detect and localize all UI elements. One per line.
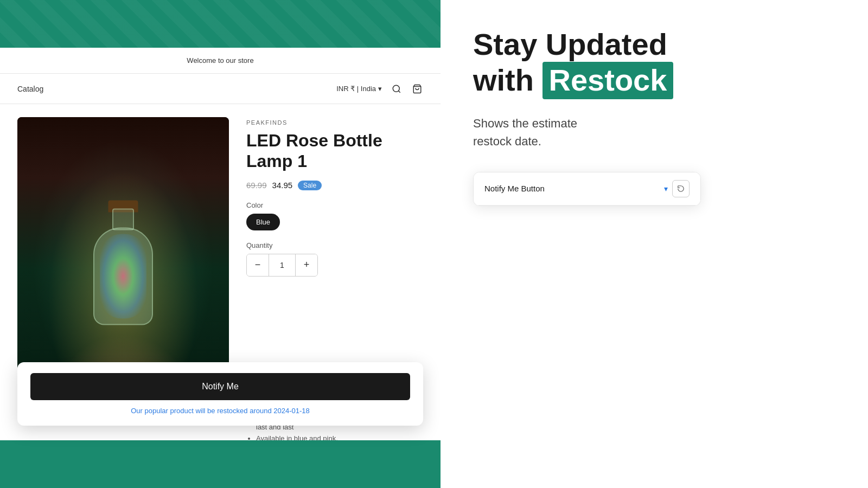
config-row-notify-button: Notify Me Button ▾ xyxy=(474,172,700,206)
config-dropdown-label: Notify Me Button xyxy=(484,184,664,193)
catalog-link[interactable]: Catalog xyxy=(17,85,43,93)
chevron-down-icon: ▾ xyxy=(378,85,382,93)
cart-icon[interactable] xyxy=(411,83,423,95)
search-icon[interactable] xyxy=(391,83,403,95)
product-title: LED Rose Bottle Lamp 1 xyxy=(246,130,423,172)
welcome-text: Welcome to our store xyxy=(187,56,253,65)
quantity-decrease-button[interactable]: − xyxy=(247,254,269,276)
original-price: 69.99 xyxy=(246,181,267,190)
bottle-illustration xyxy=(80,201,167,325)
color-label: Color xyxy=(246,201,423,209)
currency-selector[interactable]: INR ₹ | India ▾ xyxy=(336,85,382,93)
teal-header-bg xyxy=(0,0,441,48)
hero-title-highlight: Restock xyxy=(542,62,674,99)
quantity-increase-button[interactable]: + xyxy=(296,254,317,276)
hero-subtitle-text: Shows the estimaterestock date. xyxy=(473,117,577,148)
hero-title-before: Stay Updated xyxy=(473,27,667,61)
sale-badge: Sale xyxy=(298,181,322,190)
hero-title-with: with xyxy=(473,63,542,97)
price-row: 69.99 34.95 Sale xyxy=(246,181,423,190)
config-panel: Notify Me Button ▾ xyxy=(473,172,701,206)
config-reset-button[interactable] xyxy=(672,180,690,197)
brand-name: PEAKFINDS xyxy=(246,119,423,126)
svg-line-1 xyxy=(398,91,400,92)
nav-bar: Catalog INR ₹ | India ▾ xyxy=(0,74,441,104)
quantity-control: − + xyxy=(246,254,318,277)
quantity-label: Quantity xyxy=(246,241,423,249)
product-details: PEAKFINDS LED Rose Bottle Lamp 1 69.99 3… xyxy=(246,117,423,456)
restock-message: Our popular product will be restocked ar… xyxy=(30,407,410,415)
teal-footer-bg xyxy=(0,440,441,488)
quantity-input[interactable] xyxy=(269,254,296,276)
svg-point-0 xyxy=(393,85,399,92)
product-area: PEAKFINDS LED Rose Bottle Lamp 1 69.99 3… xyxy=(0,104,441,469)
left-panel: Welcome to our store Catalog INR ₹ | Ind… xyxy=(0,0,441,488)
notify-popup: Notify Me Our popular product will be re… xyxy=(17,362,423,426)
dropdown-arrow-icon: ▾ xyxy=(664,184,668,193)
notify-me-button[interactable]: Notify Me xyxy=(30,373,410,400)
currency-text: INR ₹ | India xyxy=(336,85,376,93)
nav-right: INR ₹ | India ▾ xyxy=(336,83,423,95)
welcome-bar: Welcome to our store xyxy=(0,48,441,74)
hero-subtitle: Shows the estimaterestock date. xyxy=(473,114,835,150)
sale-price: 34.95 xyxy=(272,181,293,190)
color-button[interactable]: Blue xyxy=(246,214,280,230)
hero-title: Stay Updated with Restock xyxy=(473,27,835,99)
right-panel: Stay Updated with Restock Shows the esti… xyxy=(441,0,868,488)
